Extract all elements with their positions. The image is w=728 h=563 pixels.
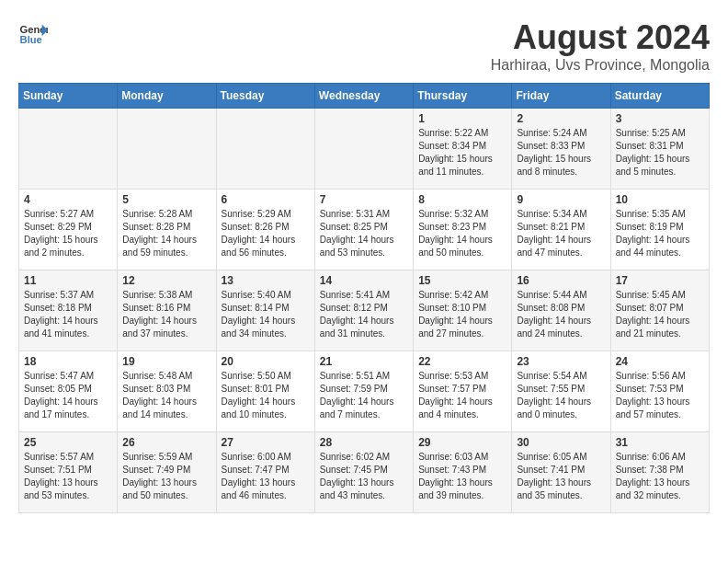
day-cell: 23Sunrise: 5:54 AM Sunset: 7:55 PM Dayli… (512, 351, 610, 432)
day-number: 24 (616, 355, 704, 368)
day-number: 26 (122, 436, 210, 449)
day-number: 23 (517, 355, 605, 368)
day-cell (216, 109, 314, 190)
header-monday: Monday (118, 84, 216, 109)
day-number: 1 (418, 112, 506, 125)
day-info: Sunrise: 5:54 AM Sunset: 7:55 PM Dayligh… (517, 370, 605, 421)
day-info: Sunrise: 6:05 AM Sunset: 7:41 PM Dayligh… (517, 451, 605, 502)
title-block: August 2024 Harhiraa, Uvs Province, Mong… (491, 18, 710, 74)
day-cell: 26Sunrise: 5:59 AM Sunset: 7:49 PM Dayli… (118, 432, 216, 513)
day-info: Sunrise: 5:28 AM Sunset: 8:28 PM Dayligh… (122, 208, 210, 259)
day-number: 13 (222, 274, 310, 287)
day-cell: 11Sunrise: 5:37 AM Sunset: 8:18 PM Dayli… (19, 270, 118, 351)
day-cell: 24Sunrise: 5:56 AM Sunset: 7:53 PM Dayli… (610, 351, 709, 432)
day-number: 5 (122, 193, 210, 206)
week-row-1: 1Sunrise: 5:22 AM Sunset: 8:34 PM Daylig… (19, 109, 710, 190)
day-info: Sunrise: 5:41 AM Sunset: 8:12 PM Dayligh… (320, 289, 408, 340)
day-info: Sunrise: 5:53 AM Sunset: 7:57 PM Dayligh… (418, 370, 506, 421)
day-cell: 31Sunrise: 6:06 AM Sunset: 7:38 PM Dayli… (610, 432, 709, 513)
day-cell: 17Sunrise: 5:45 AM Sunset: 8:07 PM Dayli… (610, 270, 709, 351)
svg-text:Blue: Blue (20, 34, 42, 45)
day-cell (19, 109, 118, 190)
day-cell: 13Sunrise: 5:40 AM Sunset: 8:14 PM Dayli… (216, 270, 314, 351)
day-info: Sunrise: 5:27 AM Sunset: 8:29 PM Dayligh… (24, 208, 112, 259)
day-cell: 8Sunrise: 5:32 AM Sunset: 8:23 PM Daylig… (414, 190, 512, 270)
day-info: Sunrise: 5:42 AM Sunset: 8:10 PM Dayligh… (418, 289, 506, 340)
logo: General Blue (18, 18, 48, 48)
day-number: 9 (517, 193, 605, 206)
day-info: Sunrise: 5:29 AM Sunset: 8:26 PM Dayligh… (222, 208, 310, 259)
day-info: Sunrise: 5:56 AM Sunset: 7:53 PM Dayligh… (616, 370, 704, 421)
calendar-body: 1Sunrise: 5:22 AM Sunset: 8:34 PM Daylig… (19, 109, 710, 513)
day-number: 19 (122, 355, 210, 368)
day-number: 10 (616, 193, 704, 206)
header-tuesday: Tuesday (216, 84, 314, 109)
day-number: 22 (418, 355, 506, 368)
day-info: Sunrise: 6:03 AM Sunset: 7:43 PM Dayligh… (418, 451, 506, 502)
day-number: 31 (616, 436, 704, 449)
day-cell: 3Sunrise: 5:25 AM Sunset: 8:31 PM Daylig… (610, 109, 709, 190)
day-number: 29 (418, 436, 506, 449)
day-cell: 25Sunrise: 5:57 AM Sunset: 7:51 PM Dayli… (19, 432, 118, 513)
page-header: General Blue August 2024 Harhiraa, Uvs P… (18, 18, 710, 74)
day-number: 21 (320, 355, 408, 368)
day-cell: 29Sunrise: 6:03 AM Sunset: 7:43 PM Dayli… (414, 432, 512, 513)
calendar-header: SundayMondayTuesdayWednesdayThursdayFrid… (19, 84, 710, 109)
day-number: 17 (616, 274, 704, 287)
day-number: 2 (517, 112, 605, 125)
day-cell (118, 109, 216, 190)
day-info: Sunrise: 5:34 AM Sunset: 8:21 PM Dayligh… (517, 208, 605, 259)
day-info: Sunrise: 5:51 AM Sunset: 7:59 PM Dayligh… (320, 370, 408, 421)
day-number: 15 (418, 274, 506, 287)
day-info: Sunrise: 6:06 AM Sunset: 7:38 PM Dayligh… (616, 451, 704, 502)
day-info: Sunrise: 5:47 AM Sunset: 8:05 PM Dayligh… (24, 370, 112, 421)
day-cell (314, 109, 413, 190)
week-row-4: 18Sunrise: 5:47 AM Sunset: 8:05 PM Dayli… (19, 351, 710, 432)
day-info: Sunrise: 5:59 AM Sunset: 7:49 PM Dayligh… (122, 451, 210, 502)
day-number: 28 (320, 436, 408, 449)
day-info: Sunrise: 5:40 AM Sunset: 8:14 PM Dayligh… (222, 289, 310, 340)
day-info: Sunrise: 5:31 AM Sunset: 8:25 PM Dayligh… (320, 208, 408, 259)
day-info: Sunrise: 5:45 AM Sunset: 8:07 PM Dayligh… (616, 289, 704, 340)
header-row: SundayMondayTuesdayWednesdayThursdayFrid… (19, 84, 710, 109)
day-info: Sunrise: 5:35 AM Sunset: 8:19 PM Dayligh… (616, 208, 704, 259)
header-sunday: Sunday (19, 84, 118, 109)
day-info: Sunrise: 6:00 AM Sunset: 7:47 PM Dayligh… (222, 451, 310, 502)
day-info: Sunrise: 6:02 AM Sunset: 7:45 PM Dayligh… (320, 451, 408, 502)
day-number: 18 (24, 355, 112, 368)
day-info: Sunrise: 5:37 AM Sunset: 8:18 PM Dayligh… (24, 289, 112, 340)
day-cell: 20Sunrise: 5:50 AM Sunset: 8:01 PM Dayli… (216, 351, 314, 432)
day-cell: 14Sunrise: 5:41 AM Sunset: 8:12 PM Dayli… (314, 270, 413, 351)
day-cell: 18Sunrise: 5:47 AM Sunset: 8:05 PM Dayli… (19, 351, 118, 432)
day-cell: 19Sunrise: 5:48 AM Sunset: 8:03 PM Dayli… (118, 351, 216, 432)
day-number: 25 (24, 436, 112, 449)
day-info: Sunrise: 5:25 AM Sunset: 8:31 PM Dayligh… (616, 127, 704, 178)
week-row-2: 4Sunrise: 5:27 AM Sunset: 8:29 PM Daylig… (19, 190, 710, 270)
day-cell: 4Sunrise: 5:27 AM Sunset: 8:29 PM Daylig… (19, 190, 118, 270)
day-info: Sunrise: 5:32 AM Sunset: 8:23 PM Dayligh… (418, 208, 506, 259)
day-number: 11 (24, 274, 112, 287)
day-cell: 22Sunrise: 5:53 AM Sunset: 7:57 PM Dayli… (414, 351, 512, 432)
day-cell: 21Sunrise: 5:51 AM Sunset: 7:59 PM Dayli… (314, 351, 413, 432)
header-thursday: Thursday (414, 84, 512, 109)
month-title: August 2024 (491, 18, 710, 57)
day-number: 27 (222, 436, 310, 449)
day-info: Sunrise: 5:44 AM Sunset: 8:08 PM Dayligh… (517, 289, 605, 340)
day-number: 14 (320, 274, 408, 287)
day-cell: 2Sunrise: 5:24 AM Sunset: 8:33 PM Daylig… (512, 109, 610, 190)
day-cell: 16Sunrise: 5:44 AM Sunset: 8:08 PM Dayli… (512, 270, 610, 351)
day-cell: 12Sunrise: 5:38 AM Sunset: 8:16 PM Dayli… (118, 270, 216, 351)
header-wednesday: Wednesday (314, 84, 413, 109)
day-cell: 30Sunrise: 6:05 AM Sunset: 7:41 PM Dayli… (512, 432, 610, 513)
week-row-3: 11Sunrise: 5:37 AM Sunset: 8:18 PM Dayli… (19, 270, 710, 351)
calendar-table: SundayMondayTuesdayWednesdayThursdayFrid… (18, 83, 710, 513)
day-number: 12 (122, 274, 210, 287)
day-number: 7 (320, 193, 408, 206)
day-cell: 6Sunrise: 5:29 AM Sunset: 8:26 PM Daylig… (216, 190, 314, 270)
day-info: Sunrise: 5:22 AM Sunset: 8:34 PM Dayligh… (418, 127, 506, 178)
day-number: 30 (517, 436, 605, 449)
day-number: 16 (517, 274, 605, 287)
day-cell: 1Sunrise: 5:22 AM Sunset: 8:34 PM Daylig… (414, 109, 512, 190)
day-number: 6 (222, 193, 310, 206)
day-cell: 15Sunrise: 5:42 AM Sunset: 8:10 PM Dayli… (414, 270, 512, 351)
